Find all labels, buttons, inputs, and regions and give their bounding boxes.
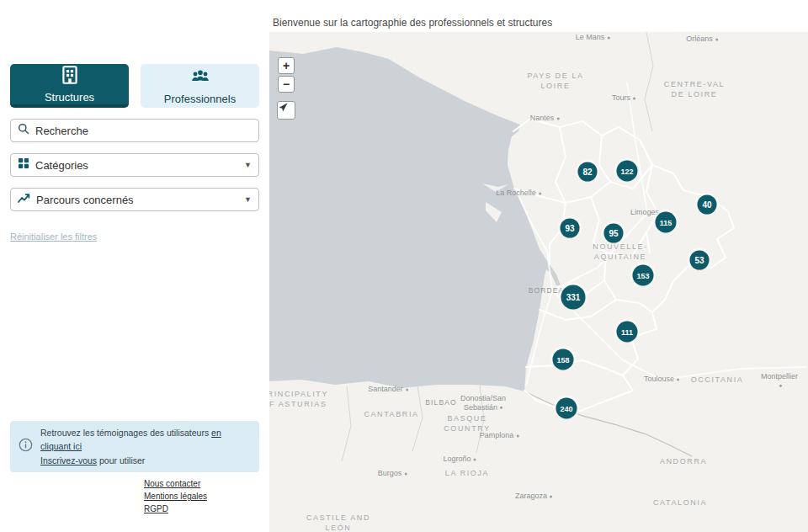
cluster-marker[interactable]: 82 (578, 162, 598, 182)
categories-label: Catégories (35, 159, 238, 172)
cluster-marker[interactable]: 158 (553, 349, 574, 370)
map-region-label: NOUVELLE- AQUITAINE (593, 242, 647, 262)
info-text: Retrouvez les témoignages des utilisateu… (40, 426, 251, 467)
map-city-label: Logroño (443, 455, 476, 464)
map-region-label: LA RIOJA (445, 468, 489, 478)
map-region-label: CANTABRIA (364, 409, 418, 419)
map-city-label: La Rochelle (496, 189, 541, 198)
zoom-in-button[interactable]: + (278, 57, 295, 74)
map-region-label: CATALONIA (653, 497, 707, 508)
map-region-label: CASTILE AND LEÓN (306, 513, 370, 532)
view-tabs: Structures Professionnels (10, 64, 259, 108)
building-icon (59, 65, 81, 88)
tab-structures[interactable]: Structures (10, 64, 129, 108)
map-city-label: Orléans (686, 35, 718, 44)
map-city-label: BILBAO (425, 398, 456, 407)
reset-filters-link[interactable]: Réinitialiser les filtres (10, 231, 97, 242)
signup-link[interactable]: Inscrivez-vous (40, 455, 97, 466)
page-title: Bienvenue sur la cartographie des profes… (273, 17, 552, 29)
map-city-label: Pamplona (480, 431, 519, 440)
info-banner: Retrouvez les témoignages des utilisateu… (10, 421, 259, 472)
map-city-label: Toulouse (644, 375, 679, 384)
map-region-label: PRINCIPALITY OF ASTURIAS (269, 389, 328, 409)
trending-icon (18, 192, 30, 207)
map-city-label: Santander (368, 385, 408, 394)
tab-structures-label: Structures (45, 91, 94, 104)
map-region-label: CENTRE-VAL DE LOIRE (664, 79, 725, 99)
cluster-marker[interactable]: 153 (633, 265, 654, 286)
cluster-marker[interactable]: 53 (690, 251, 710, 270)
chevron-down-icon: ▼ (244, 195, 252, 204)
cluster-marker[interactable]: 93 (561, 219, 580, 238)
info-line2: pour utiliser (99, 455, 145, 466)
cluster-marker[interactable]: 331 (561, 285, 586, 310)
cluster-marker[interactable]: 95 (604, 224, 624, 243)
geolocate-button[interactable] (277, 101, 295, 120)
footer-links: Nous contacter Mentions légales RGPD (144, 479, 207, 513)
contact-link[interactable]: Nous contacter (144, 479, 207, 488)
people-icon (189, 66, 211, 90)
info-line1: Retrouvez les témoignages des utilisateu… (40, 428, 209, 438)
info-icon (19, 438, 33, 455)
parcours-label: Parcours concernés (36, 194, 238, 206)
search-icon (18, 123, 29, 138)
map-city-label: Burgos (378, 469, 407, 478)
rgpd-link[interactable]: RGPD (144, 504, 207, 513)
cluster-marker[interactable]: 40 (698, 195, 717, 215)
search-placeholder: Recherche (35, 125, 252, 137)
map-city-label: Donostia/San Sebastián (460, 394, 506, 413)
categories-dropdown[interactable]: Catégories ▼ (10, 153, 259, 177)
legal-link[interactable]: Mentions légales (144, 492, 207, 501)
map-city-label: Le Mans (576, 33, 610, 42)
cluster-marker[interactable]: 122 (617, 161, 638, 182)
map-city-label: Montpellier (761, 372, 798, 391)
chevron-down-icon: ▼ (244, 161, 252, 169)
tab-professionnels-label: Professionnels (164, 93, 236, 105)
cluster-marker[interactable]: 115 (656, 212, 677, 233)
parcours-dropdown[interactable]: Parcours concernés ▼ (10, 188, 259, 211)
map-region-label: ANDORRA (660, 456, 707, 466)
map-region-label: PAYS DE LA LOIRE (527, 71, 583, 91)
zoom-controls: + − (278, 57, 295, 93)
zoom-out-button[interactable]: − (278, 76, 295, 93)
map-region-label: OCCITANIA (691, 375, 744, 385)
app-root: Bienvenue sur la cartographie des profes… (0, 0, 808, 532)
sidebar: Structures Professionnels (0, 0, 269, 532)
map-city-label: Nantes (530, 114, 560, 123)
cluster-marker[interactable]: 240 (556, 398, 577, 419)
map-city-label: Zaragoza (515, 492, 552, 501)
search-input[interactable]: Recherche (10, 119, 259, 142)
tab-professionnels[interactable]: Professionnels (141, 64, 259, 108)
cluster-marker[interactable]: 111 (617, 322, 638, 343)
map-canvas[interactable]: PAYS DE LA LOIRECENTRE-VAL DE LOIRENOUVE… (269, 32, 808, 532)
grid-icon (18, 157, 29, 173)
map-overlay-layers: PAYS DE LA LOIRECENTRE-VAL DE LOIRENOUVE… (269, 32, 808, 532)
map-city-label: Tours (612, 93, 635, 103)
